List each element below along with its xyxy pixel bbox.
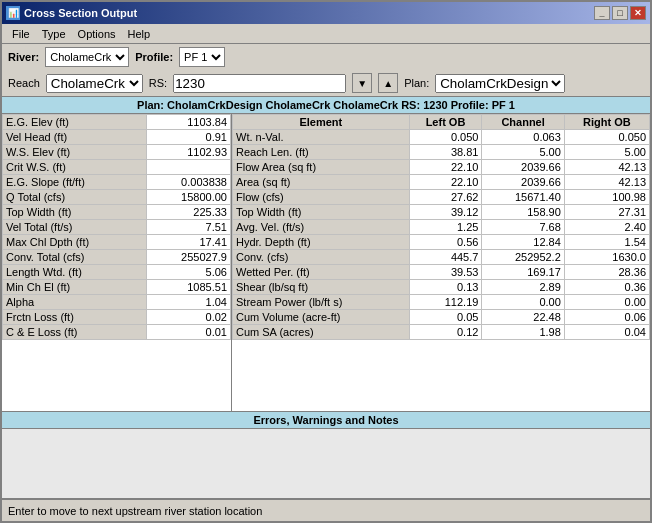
toolbar-row1: River: CholameCrk Profile: PF 1 [2, 44, 650, 70]
menu-options[interactable]: Options [72, 26, 122, 42]
element-value: 0.00 [482, 295, 564, 310]
rs-down-button[interactable]: ▼ [352, 73, 372, 93]
table-row: Flow (cfs)27.6215671.40100.98 [233, 190, 650, 205]
window-controls: _ □ ✕ [594, 6, 646, 20]
element-value: 0.06 [564, 310, 649, 325]
left-col-value: 1102.93 [146, 145, 230, 160]
element-value: 27.62 [409, 190, 482, 205]
table-row: Wetted Per. (ft)39.53169.1728.36 [233, 265, 650, 280]
table-row: Length Wtd. (ft)5.06 [3, 265, 231, 280]
left-col-value: 15800.00 [146, 190, 230, 205]
element-value: 0.04 [564, 325, 649, 340]
info-bar: Plan: CholamCrkDesign CholameCrk Cholame… [2, 96, 650, 114]
table-row: E.G. Slope (ft/ft)0.003838 [3, 175, 231, 190]
column-header: Right OB [564, 115, 649, 130]
table-row: Cum SA (acres)0.121.980.04 [233, 325, 650, 340]
element-name: Area (sq ft) [233, 175, 410, 190]
element-value: 15671.40 [482, 190, 564, 205]
rs-up-button[interactable]: ▲ [378, 73, 398, 93]
element-value: 22.48 [482, 310, 564, 325]
table-row: Max Chl Dpth (ft)17.41 [3, 235, 231, 250]
left-col-label: E.G. Slope (ft/ft) [3, 175, 147, 190]
element-value: 445.7 [409, 250, 482, 265]
table-row: Flow Area (sq ft)22.102039.6642.13 [233, 160, 650, 175]
element-value: 1630.0 [564, 250, 649, 265]
plan-select[interactable]: CholamCrkDesign [435, 74, 565, 93]
element-value: 22.10 [409, 175, 482, 190]
left-col-value: 1103.84 [146, 115, 230, 130]
element-value: 252952.2 [482, 250, 564, 265]
left-col-label: Vel Total (ft/s) [3, 220, 147, 235]
left-col-value: 17.41 [146, 235, 230, 250]
left-col-label: Min Ch El (ft) [3, 280, 147, 295]
left-col-value: 7.51 [146, 220, 230, 235]
table-row: Hydr. Depth (ft)0.5612.841.54 [233, 235, 650, 250]
minimize-button[interactable]: _ [594, 6, 610, 20]
table-row: Vel Total (ft/s)7.51 [3, 220, 231, 235]
maximize-button[interactable]: □ [612, 6, 628, 20]
element-value: 22.10 [409, 160, 482, 175]
river-label: River: [8, 51, 39, 63]
element-value: 2.40 [564, 220, 649, 235]
left-col-value [146, 160, 230, 175]
element-name: Hydr. Depth (ft) [233, 235, 410, 250]
left-col-value: 1.04 [146, 295, 230, 310]
left-col-value: 0.91 [146, 130, 230, 145]
menu-type[interactable]: Type [36, 26, 72, 42]
element-value: 42.13 [564, 175, 649, 190]
left-col-value: 5.06 [146, 265, 230, 280]
main-window: 📊 Cross Section Output _ □ ✕ File Type O… [0, 0, 652, 523]
left-col-label: Crit W.S. (ft) [3, 160, 147, 175]
element-name: Shear (lb/sq ft) [233, 280, 410, 295]
left-col-label: Vel Head (ft) [3, 130, 147, 145]
element-value: 169.17 [482, 265, 564, 280]
column-header: Left OB [409, 115, 482, 130]
status-bar: Enter to move to next upstream river sta… [2, 499, 650, 521]
table-row: Stream Power (lb/ft s)112.190.000.00 [233, 295, 650, 310]
river-select[interactable]: CholameCrk [45, 47, 129, 67]
table-row: Avg. Vel. (ft/s)1.257.682.40 [233, 220, 650, 235]
table-row: Area (sq ft)22.102039.6642.13 [233, 175, 650, 190]
menu-help[interactable]: Help [122, 26, 157, 42]
table-row: Cum Volume (acre-ft)0.0522.480.06 [233, 310, 650, 325]
element-value: 7.68 [482, 220, 564, 235]
element-name: Flow Area (sq ft) [233, 160, 410, 175]
reach-select[interactable]: CholameCrk [46, 74, 143, 93]
status-text: Enter to move to next upstream river sta… [8, 505, 262, 517]
profile-select[interactable]: PF 1 [179, 47, 225, 67]
element-value: 2.89 [482, 280, 564, 295]
element-value: 5.00 [564, 145, 649, 160]
rs-input[interactable] [173, 74, 346, 93]
element-value: 2039.66 [482, 160, 564, 175]
table-row: Conv. Total (cfs)255027.9 [3, 250, 231, 265]
table-row: E.G. Elev (ft)1103.84 [3, 115, 231, 130]
element-value: 2039.66 [482, 175, 564, 190]
left-col-value: 255027.9 [146, 250, 230, 265]
table-row: Q Total (cfs)15800.00 [3, 190, 231, 205]
table-row: Min Ch El (ft)1085.51 [3, 280, 231, 295]
element-value: 0.56 [409, 235, 482, 250]
menu-file[interactable]: File [6, 26, 36, 42]
element-value: 42.13 [564, 160, 649, 175]
element-name: Conv. (cfs) [233, 250, 410, 265]
element-name: Cum SA (acres) [233, 325, 410, 340]
table-row: Alpha1.04 [3, 295, 231, 310]
profile-label: Profile: [135, 51, 173, 63]
element-value: 1.25 [409, 220, 482, 235]
left-col-label: E.G. Elev (ft) [3, 115, 147, 130]
table-row: Shear (lb/sq ft)0.132.890.36 [233, 280, 650, 295]
menu-bar: File Type Options Help [2, 24, 650, 44]
close-button[interactable]: ✕ [630, 6, 646, 20]
left-col-label: Max Chl Dpth (ft) [3, 235, 147, 250]
table-row: Reach Len. (ft)38.815.005.00 [233, 145, 650, 160]
element-value: 0.05 [409, 310, 482, 325]
element-value: 1.54 [564, 235, 649, 250]
left-col-label: Top Width (ft) [3, 205, 147, 220]
left-col-value: 225.33 [146, 205, 230, 220]
element-value: 100.98 [564, 190, 649, 205]
left-col-label: Frctn Loss (ft) [3, 310, 147, 325]
table-row: Frctn Loss (ft)0.02 [3, 310, 231, 325]
title-bar: 📊 Cross Section Output _ □ ✕ [2, 2, 650, 24]
left-col-value: 0.01 [146, 325, 230, 340]
table-row: Top Width (ft)225.33 [3, 205, 231, 220]
